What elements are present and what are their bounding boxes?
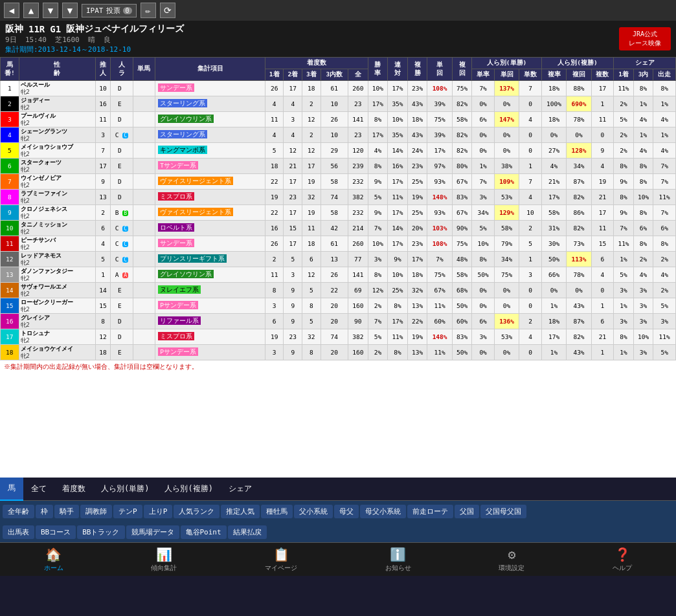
tab-all[interactable]: 全て	[23, 478, 54, 501]
table-row[interactable]: 15 ローゼンクリーガー 牝2 15 E Pサンデー系 3 9 8 20 160…	[1, 298, 676, 313]
tab2-countrymother[interactable]: 父国母父国	[480, 505, 526, 518]
table-row[interactable]: 6 スタークォーツ 牝2 17 E Tサンデー系 18 21 17 56 239…	[1, 158, 676, 173]
jintan-rate: 0%	[472, 282, 494, 298]
tab-jinbetsu-tan[interactable]: 人ら別(単勝)	[93, 478, 157, 501]
jinfuku-rate: 17%	[541, 329, 566, 344]
table-row[interactable]: 7 ウインゼノビア 牝2 9 D ヴァイスリージェント系 22 17 19 58…	[1, 173, 676, 189]
tankai: 7%	[427, 251, 452, 267]
history-button[interactable]: ⟳	[160, 3, 175, 18]
toolbar: ◀ ▲ ▼ ▼ IPAT 投票 0 ✏️ ⟳	[0, 0, 676, 21]
table-row[interactable]: 8 ラブミーファイン 牝2 13 D ミスプロ系 19 23 32 74 382…	[1, 189, 676, 204]
ipat-area[interactable]: IPAT 投票 0	[82, 4, 137, 17]
table-row[interactable]: 3 プールヴィル 牝2 11 D グレイソウリン系 11 3 12 26 141…	[1, 111, 676, 127]
table-row[interactable]: 12 レッドアネモス 牝2 5 C C プリンスリーギフト系 2 5 6 13 …	[1, 251, 676, 267]
h2: 3	[284, 267, 302, 282]
jintan-single: 0%	[494, 344, 519, 360]
tab2-mother[interactable]: 母父	[334, 505, 359, 518]
nav-mypage[interactable]: 📋 マイページ	[265, 547, 297, 573]
nav-settings[interactable]: ⚙️ 環境設定	[499, 547, 524, 573]
nav-help[interactable]: ❓ ヘルプ	[613, 547, 632, 573]
tab3-bbcourse[interactable]: BBコース	[36, 525, 76, 539]
table-row[interactable]: 1 ベルスール 牝2 10 D サンデー系 26 17 18 61 260 10…	[1, 81, 676, 96]
share1: 5%	[614, 111, 634, 127]
tab3-umahyo[interactable]: 出馬表	[3, 525, 34, 539]
table-row[interactable]: 2 ジョディー 牝2 16 E スターリング系 4 4 2 10 23 17% …	[1, 96, 676, 111]
down2-button[interactable]: ▼	[62, 3, 78, 18]
nav-trend[interactable]: 📊 傾向集計	[151, 547, 177, 573]
h3nai: 58	[321, 173, 348, 189]
header-h3nai: 3内数	[321, 69, 348, 81]
h3: 32	[302, 189, 321, 204]
table-row[interactable]: 10 タニノミッション 牝2 6 C C ロベルト系 16 15 11 42 2…	[1, 220, 676, 236]
table-row[interactable]: 4 シェーングランツ 牝2 3 C C スターリング系 4 4 2 10 23 …	[1, 127, 676, 142]
table-row[interactable]: 14 サヴォワールエメ 牝2 14 E ヌレイエフ系 8 9 5 22 69 1…	[1, 282, 676, 298]
race-condition: 晴	[88, 36, 95, 44]
tab2-country[interactable]: 父国	[455, 505, 479, 518]
rentan: 8%	[388, 344, 408, 360]
tab2-agarip[interactable]: 上りP	[144, 505, 173, 518]
share1: 8%	[614, 189, 634, 204]
tab2-rote[interactable]: 前走ローテ	[407, 505, 453, 518]
tab2-waku[interactable]: 枠	[36, 505, 53, 518]
rentan: 35%	[388, 96, 408, 111]
table-row[interactable]: 9 クロノジェネシス 牝2 2 B B ヴァイスリージェント系 22 17 19…	[1, 204, 676, 220]
h1: 6	[265, 313, 284, 329]
jinfuku-rate: 0%	[541, 282, 566, 298]
jintan-rate: 3%	[472, 329, 494, 344]
header-jinfukubetsu: 人ら別(複勝)	[541, 58, 613, 69]
hall: 77	[348, 251, 368, 267]
table-row[interactable]: 11 ピーチサンバ 牝2 4 C C サンデー系 26 17 18 61 260…	[1, 236, 676, 251]
fukusho: 23%	[407, 81, 427, 96]
horse-rank: E	[110, 298, 133, 313]
table-row[interactable]: 18 メイショウケイメイ 牝2 18 E Pサンデー系 3 9 8 20 160…	[1, 344, 676, 360]
h3: 2	[302, 127, 321, 142]
fukusho: 13%	[407, 344, 427, 360]
win-rate: 5%	[368, 189, 388, 204]
horse-tanma	[133, 158, 155, 173]
tab-jinbetsu-fuku[interactable]: 人ら別(複勝)	[157, 478, 220, 501]
tab3-result[interactable]: 結果払戻	[228, 525, 267, 539]
tab-chakudo[interactable]: 着度数	[54, 478, 93, 501]
share1: 1%	[614, 298, 634, 313]
jinfuku-rate: 0%	[541, 127, 566, 142]
down-button[interactable]: ▼	[43, 3, 58, 18]
horse-lineage: Tサンデー系	[155, 158, 265, 173]
tab2-age[interactable]: 全年齢	[3, 505, 34, 518]
horse-lineage: ヴァイスリージェント系	[155, 204, 265, 220]
nav-home[interactable]: 🏠 ホーム	[44, 547, 63, 573]
header-uma: 馬番!	[1, 58, 19, 81]
edit-button[interactable]: ✏️	[141, 3, 156, 18]
tab2-stallion[interactable]: 種牡馬	[261, 505, 293, 518]
table-row[interactable]: 13 ダノンファンタジー 牝2 1 A A グレイソウリン系 11 3 12 2…	[1, 267, 676, 282]
jinfuku-back: 87%	[567, 313, 591, 329]
horse-lineage: スターリング系	[155, 96, 265, 111]
tab2-suiteipopularity[interactable]: 推定人気	[221, 505, 260, 518]
jra-button[interactable]: JRA公式レース映像	[619, 27, 671, 50]
table-row[interactable]: 16 グレイシア 牝2 8 D リファール系 6 9 5 20 90 7% 17…	[1, 313, 676, 329]
tab2-motherseries[interactable]: 母父小系統	[360, 505, 406, 518]
rentan: 8%	[388, 298, 408, 313]
horse-rank: D	[110, 329, 133, 344]
back-button[interactable]: ◀	[4, 3, 19, 18]
tab2-trainer[interactable]: 調教師	[80, 505, 112, 518]
tab2-fatherseries[interactable]: 父小系統	[294, 505, 333, 518]
table-row[interactable]: 5 メイショウショウブ 牝2 7 D キングマンボ系 5 12 12 29 12…	[1, 142, 676, 158]
h2: 9	[284, 298, 302, 313]
tab3-kamepoint[interactable]: 亀谷Point	[181, 525, 227, 539]
horse-lineage: ヌレイエフ系	[155, 282, 265, 298]
h3nai: 61	[321, 81, 348, 96]
nav-notice[interactable]: ℹ️ お知らせ	[385, 547, 411, 573]
horse-lineage: プリンスリーギフト系	[155, 251, 265, 267]
up-button[interactable]: ▲	[23, 3, 39, 18]
tab-uma[interactable]: 馬	[0, 478, 23, 501]
tab2-jockey[interactable]: 騎手	[54, 505, 79, 518]
horse-suinin: 9	[96, 173, 111, 189]
tab3-bbtrack[interactable]: BBトラック	[77, 525, 124, 539]
horse-tanma	[133, 127, 155, 142]
tab3-racedata[interactable]: 競馬場データ	[126, 525, 179, 539]
tab2-tenp[interactable]: テンP	[113, 505, 142, 518]
fukukai: 82%	[452, 96, 472, 111]
tab2-popularity[interactable]: 人気ランク	[174, 505, 220, 518]
table-row[interactable]: 17 トロシュナ 牝2 12 D ミスプロ系 19 23 32 74 382 5…	[1, 329, 676, 344]
tab-share[interactable]: シェア	[221, 478, 260, 501]
